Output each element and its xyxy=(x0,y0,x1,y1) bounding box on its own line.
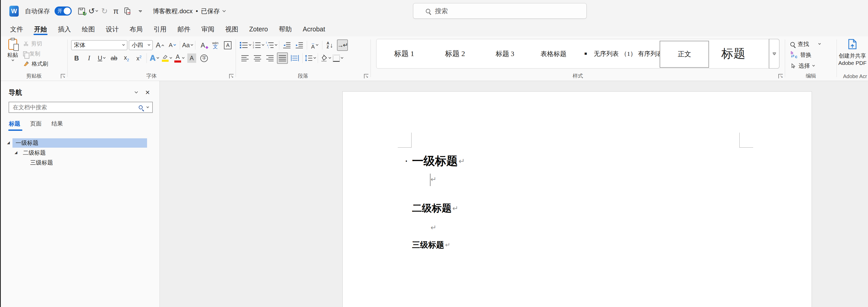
text-effects-button[interactable]: A xyxy=(149,53,160,64)
word-app-icon[interactable]: W xyxy=(9,6,19,16)
line-spacing-button[interactable] xyxy=(305,53,316,64)
align-right-button[interactable] xyxy=(265,53,275,64)
document-page[interactable]: ▪ 一级标题 ↵ ↵ 二级标题 ↵ ↵ 三级标题 ↵ xyxy=(342,91,812,307)
equation-button[interactable]: π xyxy=(110,5,122,18)
style-black-square[interactable]: ■ xyxy=(578,39,594,68)
clipboard-dialog-launcher[interactable]: ↘ xyxy=(61,74,65,78)
enclose-characters-button[interactable]: 字 xyxy=(199,53,210,64)
numbered-list-button[interactable]: 123 xyxy=(252,39,264,51)
distribute-button[interactable] xyxy=(289,53,300,64)
italic-button[interactable]: I xyxy=(84,53,95,64)
align-left-button[interactable] xyxy=(240,53,250,64)
nav-item-heading1[interactable]: ◢ 一级标题 xyxy=(1,138,159,148)
navigation-close-button[interactable]: × xyxy=(142,88,153,97)
highlight-button[interactable] xyxy=(161,53,172,64)
character-border-button[interactable]: A xyxy=(222,39,233,51)
tab-insert[interactable]: 插入 xyxy=(53,22,76,36)
find-button[interactable]: 查找 xyxy=(790,39,820,49)
document-heading1[interactable]: ▪ 一级标题 ↵ xyxy=(412,154,465,169)
bold-letter: B xyxy=(74,55,79,62)
tab-zotero[interactable]: Zotero xyxy=(244,22,273,36)
expander-icon[interactable]: ◢ xyxy=(7,140,10,144)
styles-dialog-launcher[interactable]: ↘ xyxy=(778,74,783,78)
show-hide-marks-button[interactable]: →↵ xyxy=(337,39,348,51)
bold-button[interactable]: B xyxy=(71,53,82,64)
redo-button[interactable]: ↻ xyxy=(99,5,110,18)
navigation-collapse-button[interactable] xyxy=(130,88,142,97)
autosave-toggle[interactable]: 开 xyxy=(55,6,72,15)
superscript-button[interactable]: x2 xyxy=(133,53,145,64)
nav-item-heading2[interactable]: ◢ 二级标题 xyxy=(1,148,159,158)
expander-icon[interactable]: ◢ xyxy=(14,150,18,155)
style-unordered-list[interactable]: 无序列表 xyxy=(594,39,621,68)
tab-help[interactable]: 帮助 xyxy=(273,22,297,36)
select-button[interactable]: 选择 xyxy=(790,61,820,71)
nav-tab-results[interactable]: 结果 xyxy=(52,120,63,131)
increase-indent-button[interactable] xyxy=(294,39,305,51)
tab-file[interactable]: 文件 xyxy=(5,22,29,36)
style-normal-selected[interactable]: 正文 xyxy=(660,41,709,68)
save-button[interactable]: ↻ xyxy=(76,5,87,18)
nav-item-heading3[interactable]: 三级标题 xyxy=(1,158,159,168)
empty-paragraph-mark[interactable]: ↵ xyxy=(431,175,436,183)
font-name-select[interactable]: 宋体 xyxy=(71,40,127,50)
style-heading2[interactable]: 标题 2 xyxy=(430,39,480,68)
paste-button[interactable]: 粘贴 xyxy=(5,39,20,61)
tab-acrobat[interactable]: Acrobat xyxy=(297,22,331,36)
justify-button[interactable] xyxy=(277,53,288,64)
subscript-button[interactable]: x2 xyxy=(121,53,132,64)
style-ordered-list[interactable]: （1） 有序列表 xyxy=(621,39,660,68)
sort-button[interactable]: AZ ↓ xyxy=(324,39,335,51)
styles-gallery-more-button[interactable] xyxy=(769,39,779,68)
font-size-select[interactable]: 小四 xyxy=(129,40,153,50)
copy-button[interactable]: 复制 xyxy=(23,49,48,58)
chevron-down-icon[interactable] xyxy=(147,105,149,108)
phonetic-guide-button[interactable]: wén文 xyxy=(210,39,221,51)
character-shading-button[interactable]: A xyxy=(186,53,197,64)
character-scaling-button[interactable]: ↔ A xyxy=(309,39,320,51)
tab-mailings[interactable]: 邮件 xyxy=(172,22,196,36)
clear-formatting-button[interactable]: A◆ xyxy=(197,39,208,51)
tab-view[interactable]: 视图 xyxy=(220,22,244,36)
multilevel-list-button[interactable]: 1ai xyxy=(266,39,277,51)
style-heading3[interactable]: 标题 3 xyxy=(480,39,529,68)
tab-home[interactable]: 开始 xyxy=(29,22,53,36)
replace-button[interactable]: b ⇄ c 替换 xyxy=(790,50,820,60)
search-box[interactable]: 搜索 xyxy=(413,3,587,19)
undo-button[interactable]: ↺ xyxy=(87,5,99,18)
nav-tab-pages[interactable]: 页面 xyxy=(30,120,41,131)
paragraph-dialog-launcher[interactable]: ↘ xyxy=(364,74,368,78)
font-dialog-launcher[interactable]: ↘ xyxy=(229,74,234,78)
borders-button[interactable] xyxy=(333,53,343,64)
cut-button[interactable]: 剪切 xyxy=(23,39,48,48)
align-center-button[interactable] xyxy=(252,53,263,64)
bullet-list-button[interactable] xyxy=(240,39,251,51)
shading-button[interactable] xyxy=(320,53,331,64)
empty-paragraph-mark[interactable]: ↵ xyxy=(431,224,436,232)
underline-button[interactable]: U xyxy=(96,53,107,64)
create-share-pdf-button[interactable]: 创建并共享 Adobe PDF xyxy=(837,38,868,67)
decrease-indent-button[interactable] xyxy=(281,39,292,51)
style-heading1[interactable]: 标题 1 xyxy=(378,39,430,68)
nav-tab-headings[interactable]: 标题 xyxy=(9,120,20,131)
document-heading3[interactable]: 三级标题 ↵ xyxy=(412,240,450,250)
shrink-font-button[interactable]: A xyxy=(167,39,178,51)
tab-design[interactable]: 设计 xyxy=(100,22,124,36)
grow-font-button[interactable]: A xyxy=(154,39,165,51)
document-title[interactable]: 博客教程.docx • 已保存 xyxy=(153,7,225,15)
tab-references[interactable]: 引用 xyxy=(148,22,172,36)
pages-icon: − xyxy=(124,7,130,15)
tab-layout[interactable]: 布局 xyxy=(124,22,148,36)
qat-overflow-button[interactable] xyxy=(134,5,146,18)
tab-review[interactable]: 审阅 xyxy=(196,22,220,36)
change-case-button[interactable]: Aa xyxy=(182,39,193,51)
format-painter-button[interactable]: 格式刷 xyxy=(23,59,48,69)
document-heading2[interactable]: 二级标题 ↵ xyxy=(412,202,458,215)
style-title[interactable]: 标题 xyxy=(709,39,757,68)
remove-page-button[interactable]: − xyxy=(122,5,133,18)
strikethrough-button[interactable]: ab xyxy=(108,53,120,64)
style-table-title[interactable]: 表格标题 xyxy=(529,39,578,68)
font-color-button[interactable]: A xyxy=(174,53,185,64)
navigation-search-box[interactable]: 在文档中搜索 xyxy=(8,102,153,113)
tab-draw[interactable]: 绘图 xyxy=(76,22,100,36)
